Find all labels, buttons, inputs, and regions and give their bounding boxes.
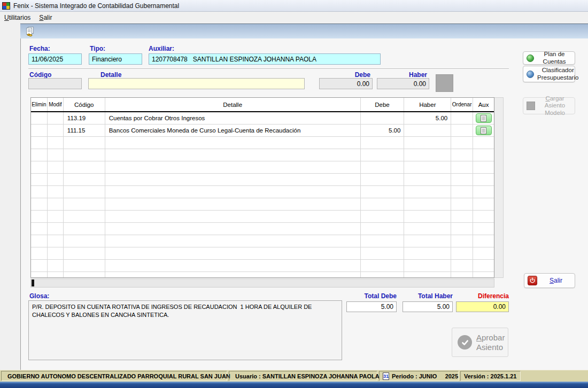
empty-cell (64, 174, 105, 185)
glosa-textarea[interactable]: P/R. DEPOSITO EN CUENTA ROTATIVA DE INGR… (28, 300, 342, 360)
empty-cell (404, 186, 451, 198)
fecha-field[interactable]: 11/06/2025 (28, 53, 82, 65)
table-row[interactable]: 111.15 Bancos Comerciales Moneda de Curs… (31, 125, 494, 137)
empty-cell (64, 260, 105, 271)
power-icon (528, 276, 537, 285)
haber-input[interactable]: 0.00 (377, 78, 429, 89)
empty-cell (48, 137, 64, 149)
table-row-empty (31, 174, 494, 186)
empty-cell (473, 174, 494, 185)
entry-table-header: Elimin Modif Código Detalle Debe Haber O… (31, 98, 494, 112)
empty-cell (64, 149, 105, 161)
empty-cell (31, 174, 48, 185)
separator-line (28, 68, 509, 69)
empty-cell (451, 137, 473, 149)
empty-cell (64, 223, 105, 235)
empty-cell (361, 211, 405, 222)
empty-cell (404, 235, 451, 247)
empty-cell (64, 247, 105, 259)
header-elimin: Elimin (31, 98, 48, 111)
total-debe-field: 5.00 (346, 301, 397, 312)
menu-utilitarios[interactable]: Utilitarios (0, 12, 35, 23)
aux-document-button[interactable] (476, 126, 492, 135)
cell-elimin (31, 125, 48, 136)
detalle-input[interactable] (88, 78, 305, 89)
debe-input[interactable]: 0.00 (319, 78, 373, 89)
status-periodo: 31 Periodo : JUNIO 2025 (379, 371, 459, 381)
empty-cell (31, 161, 48, 173)
status-entity: GOBIERNO AUTONOMO DESCENTRALIZADO PARROQ… (1, 371, 227, 381)
codigo-label: Código (29, 71, 51, 79)
empty-cell (105, 247, 361, 259)
empty-cell (361, 247, 405, 259)
empty-cell (361, 272, 405, 278)
document-icon (481, 115, 486, 122)
empty-cell (31, 223, 48, 235)
empty-cell (31, 247, 48, 259)
codigo-input[interactable] (28, 78, 82, 89)
glosa-label: Glosa: (29, 292, 49, 300)
plan-de-cuentas-button[interactable]: Plan de Cuentas (523, 51, 575, 65)
table-vertical-scrollbar[interactable] (494, 97, 504, 278)
empty-cell (361, 149, 405, 161)
empty-cell (451, 149, 473, 161)
table-row[interactable]: 113.19 Cuentas por Cobrar Otros Ingresos… (31, 112, 494, 125)
blue-sphere-icon (527, 71, 534, 78)
empty-cell (105, 149, 361, 161)
table-row-empty (31, 137, 494, 149)
empty-cell (31, 186, 48, 198)
empty-cell (48, 149, 64, 161)
empty-cell (48, 235, 64, 247)
cell-aux (473, 125, 494, 136)
empty-cell (361, 260, 405, 271)
empty-cell (64, 272, 105, 278)
table-horizontal-scrollbar[interactable] (30, 278, 494, 288)
menu-salir[interactable]: Salir (35, 12, 56, 23)
empty-cell (105, 186, 361, 198)
auxiliar-field[interactable]: 1207708478 SANTILLAN ESPINOZA JOHANNA PA… (149, 53, 381, 65)
calendar-icon: 31 (383, 373, 389, 380)
empty-cell (48, 174, 64, 185)
tipo-field[interactable]: Financiero (89, 53, 142, 65)
empty-cell (404, 260, 451, 271)
empty-cell (105, 272, 361, 278)
empty-cell (105, 223, 361, 235)
empty-cell (473, 161, 494, 173)
plan-de-cuentas-label: Plan de Cuentas (537, 51, 571, 65)
empty-cell (361, 186, 405, 198)
salir-button[interactable]: Salir (524, 273, 575, 288)
empty-cell (473, 260, 494, 271)
clasificador-presupuestario-button[interactable]: ClasificadorPresupuestario (523, 66, 575, 82)
empty-cell (48, 247, 64, 259)
empty-cell (105, 161, 361, 173)
empty-cell (64, 235, 105, 247)
empty-cell (48, 223, 64, 235)
entry-table: Elimin Modif Código Detalle Debe Haber O… (30, 97, 494, 278)
add-entry-square-button[interactable] (436, 74, 453, 92)
empty-cell (473, 211, 494, 222)
cell-elimin (31, 112, 48, 124)
empty-cell (404, 161, 451, 173)
horizontal-scroll-thumb[interactable] (32, 280, 34, 286)
cell-modif (48, 112, 64, 124)
empty-cell (31, 260, 48, 271)
empty-cell (31, 211, 48, 222)
empty-cell (451, 272, 473, 278)
empty-cell (64, 186, 105, 198)
empty-cell (404, 211, 451, 222)
document-coins-icon[interactable] (25, 26, 35, 37)
table-row-empty (31, 211, 494, 223)
aux-document-button[interactable] (476, 113, 492, 123)
auxiliar-label: Auxiliar: (149, 45, 174, 52)
empty-cell (31, 272, 48, 278)
empty-cell (473, 137, 494, 149)
empty-cell (105, 260, 361, 271)
aprobar-asiento-button[interactable]: AprobarAsiento (452, 328, 508, 357)
cargar-asiento-modelo-button[interactable]: Cargar AsientoModelo (523, 97, 575, 114)
empty-cell (404, 247, 451, 259)
empty-cell (48, 272, 64, 278)
header-haber: Haber (404, 98, 451, 111)
empty-cell (361, 235, 405, 247)
empty-cell (451, 161, 473, 173)
debe-label: Debe (319, 71, 370, 79)
